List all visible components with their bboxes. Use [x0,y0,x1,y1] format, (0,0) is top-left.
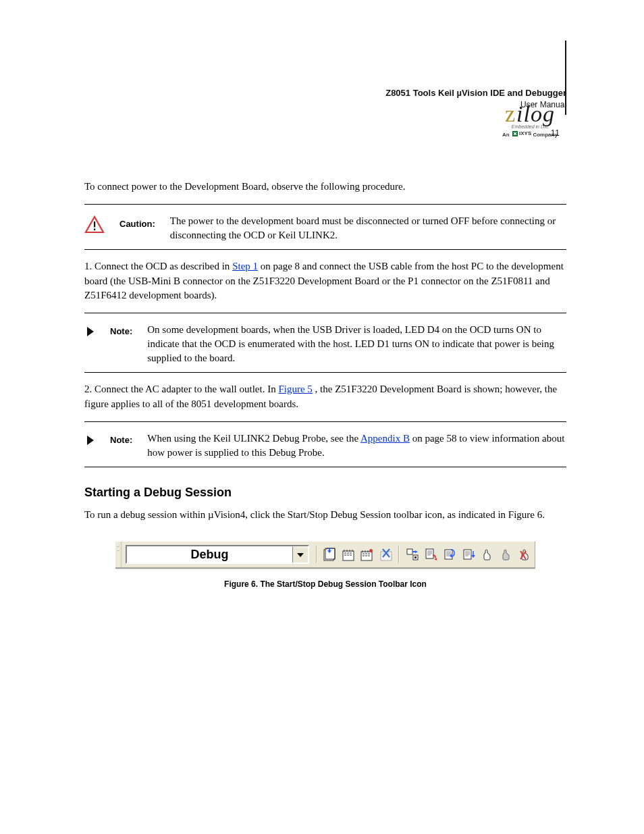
figure-6: Debug [84,541,566,590]
svg-rect-1 [94,221,95,228]
note-row-1: Note: On some development boards, when t… [84,323,566,365]
figure-6-caption: Figure 6. The Start/Stop Debug Session T… [84,579,566,590]
link-figure5[interactable]: Figure 5 [278,384,312,394]
caution-text: The power to the development board must … [170,214,566,242]
step-2-paragraph: 2. Connect the AC adapter to the wall ou… [84,382,566,412]
rule [84,467,566,467]
rule [84,372,566,373]
batch-build-button[interactable] [358,542,377,567]
build-config-combo-wrap: Debug [122,542,313,567]
final-paragraph: To run a debug session within µVision4, … [84,508,566,523]
separator [316,546,317,563]
svg-rect-9 [407,549,412,554]
build-target-button[interactable] [320,542,339,567]
doc-meta: Z8051 Tools Keil µVision IDE and Debugge… [84,88,566,109]
build-config-select[interactable]: Debug [126,545,309,564]
rebuild-all-button[interactable] [339,542,358,567]
heading-starting-debug: Starting a Debug Session [84,484,566,501]
doc-subtitle: User Manual [84,100,566,109]
note-label: Note: [110,325,132,338]
rebar-grip-icon[interactable] [115,542,122,567]
caution-icon [84,215,105,239]
stop-button[interactable] [497,542,516,567]
page-header: zilog Embedded in Life An IXYS Company Z… [84,88,566,176]
doc-arrow-icon [423,547,438,562]
step-into-icon [461,547,476,562]
doc-title: Z8051 Tools Keil µVision IDE and Debugge… [84,88,566,98]
svg-rect-11 [414,556,417,558]
run-button[interactable] [478,542,497,567]
rule [84,204,566,205]
svg-rect-2 [94,228,95,230]
rule [84,313,566,313]
note-text: When using the Keil ULINK2 Debug Probe, … [147,432,566,460]
hand-run-icon [480,547,495,562]
note-row-2: Note: When using the Keil ULINK2 Debug P… [84,432,566,460]
note-arrow-icon [84,434,95,451]
caution-label: Caution: [119,218,155,231]
hand-stop-icon [499,547,514,562]
ixys-mark-icon [512,131,518,136]
download-button[interactable] [402,542,421,567]
step-over-button[interactable] [440,542,459,567]
dropdown-button[interactable] [292,546,308,563]
link-appendix-b[interactable]: Appendix B [360,433,410,444]
rule [84,249,566,250]
note-text: On some development boards, when the USB… [147,323,566,365]
download-icon [404,547,419,562]
stop-build-icon [379,547,394,562]
build-config-value: Debug [127,546,292,563]
file-stack-icon [322,547,337,562]
batch-build-icon [360,547,375,562]
hand-reset-icon [518,547,533,562]
link-step1[interactable]: Step 1 [232,261,258,271]
body-text: To connect power to the Development Boar… [84,180,566,590]
caution-callout: Caution: The power to the development bo… [84,214,566,242]
intro-paragraph: To connect power to the Development Boar… [84,180,566,194]
rule [84,421,566,422]
svg-point-7 [369,549,373,552]
step-over-icon [442,547,457,562]
step-into-button[interactable] [459,542,478,567]
page-number: 11 [551,128,566,138]
note-label: Note: [110,434,132,447]
page: zilog Embedded in Life An IXYS Company Z… [0,0,644,834]
chevron-down-icon [296,552,304,558]
note-arrow-icon [84,325,95,342]
toolbar: Debug [115,541,535,568]
rebuild-icon [341,547,356,562]
step-1-paragraph: 1. Connect the OCD as described in Step … [84,259,566,303]
reset-button[interactable] [516,542,535,567]
svg-rect-5 [343,551,354,561]
insert-remove-breakpoint-button[interactable] [421,542,440,567]
separator [398,546,400,563]
stop-build-button[interactable] [377,542,396,567]
